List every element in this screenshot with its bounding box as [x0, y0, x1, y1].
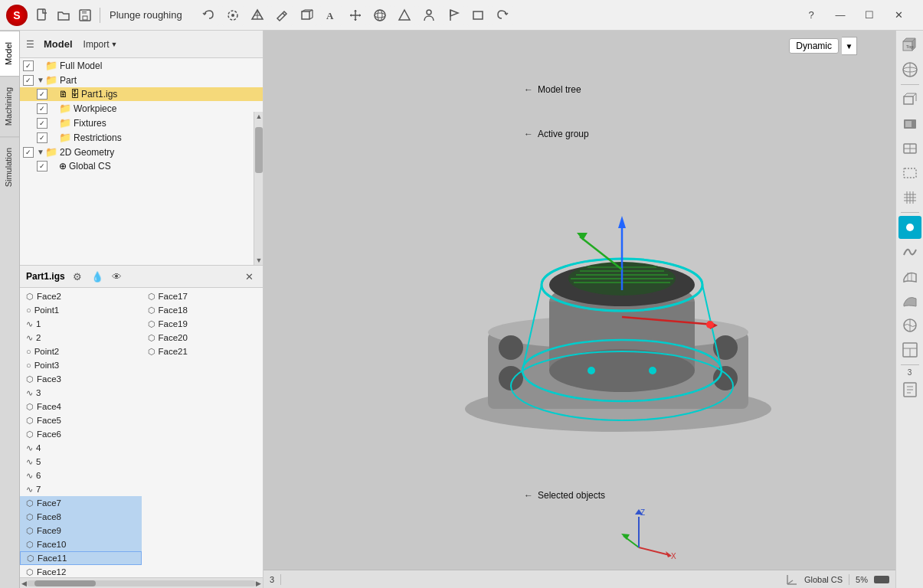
obj-face5[interactable]: ⬡ Face5	[20, 413, 142, 427]
toolbar-select-circle[interactable]	[222, 5, 244, 26]
tree-item-global-cs[interactable]: ⊕ Global CS	[20, 159, 263, 173]
tree-item-fixtures[interactable]: 📁 Fixtures	[20, 116, 263, 130]
import-button[interactable]: Import ▼	[79, 38, 123, 51]
checkbox-part[interactable]	[23, 75, 34, 86]
flat-shading-button[interactable]	[898, 113, 921, 136]
obj-curve1[interactable]: ∿ 1	[20, 317, 142, 331]
model-tab[interactable]: Model	[0, 31, 19, 76]
obj-face12[interactable]: ⬡ Face12	[20, 565, 142, 577]
open-file-button[interactable]	[55, 7, 72, 24]
obj-curve4[interactable]: ∿ 4	[20, 441, 142, 455]
perspective-button[interactable]	[898, 88, 921, 111]
tree-item-restrictions[interactable]: 📁 Restrictions	[20, 130, 263, 145]
maximize-button[interactable]: ☐	[857, 5, 882, 26]
toolbar-edit[interactable]	[271, 5, 293, 26]
save-file-button[interactable]	[77, 7, 93, 24]
obj-point1[interactable]: ○ Point1	[20, 303, 142, 317]
simulation-tab[interactable]: Simulation	[0, 136, 19, 198]
obj-face17[interactable]: ⬡ Face17	[142, 289, 263, 303]
obj-point3[interactable]: ○ Point3	[20, 358, 142, 372]
solid-display-button[interactable]	[898, 289, 921, 312]
surface-display-button[interactable]	[898, 265, 921, 288]
obj-face9[interactable]: ⬡ Face9	[20, 524, 142, 537]
map-button[interactable]	[898, 314, 921, 337]
checkbox-fixtures[interactable]	[37, 118, 47, 129]
tree-item-workpiece[interactable]: 📁 Workpiece	[20, 101, 263, 116]
obj-curve2[interactable]: ∿ 2	[20, 331, 142, 345]
tree-scrollbar[interactable]: ▲ ▼	[254, 112, 263, 265]
toolbar-redo[interactable]	[492, 5, 513, 26]
obj-face7[interactable]: ⬡ Face7	[20, 496, 142, 510]
obj-face19[interactable]: ⬡ Face19	[142, 317, 263, 331]
obj-curve5[interactable]: ∿ 5	[20, 455, 142, 469]
toolbar-text[interactable]: A	[320, 5, 342, 26]
layout-button[interactable]	[898, 338, 921, 361]
toolbar-move[interactable]	[345, 5, 366, 26]
face-icon-6: ⬡	[26, 430, 34, 439]
viewport[interactable]: Dynamic ▼ ← Model tree ← Active group ← …	[263, 31, 895, 588]
obj-face18[interactable]: ⬡ Face18	[142, 303, 263, 317]
scroll-left-arrow[interactable]: ◀	[21, 580, 27, 587]
minimize-button[interactable]: —	[828, 5, 853, 26]
checkbox-2d-geometry[interactable]	[23, 147, 34, 158]
close-button[interactable]: ✕	[886, 5, 911, 26]
tree-item-full-model[interactable]: 📁 Full Model	[20, 58, 263, 73]
page-settings-button[interactable]	[898, 378, 921, 401]
checkbox-workpiece[interactable]	[37, 103, 47, 114]
obj-face11[interactable]: ⬡ Face11	[20, 551, 142, 565]
checkbox-restrictions[interactable]	[37, 132, 47, 143]
dynamic-dropdown-button[interactable]: ▼	[842, 37, 857, 55]
scroll-right-arrow[interactable]: ▶	[256, 580, 261, 587]
obj-point2[interactable]: ○ Point2	[20, 345, 142, 358]
toolbar-sphere[interactable]	[369, 5, 391, 26]
tree-scroll-thumb[interactable]	[255, 127, 263, 173]
scroll-track[interactable]	[27, 580, 256, 586]
panel-visibility-button[interactable]: 👁	[110, 269, 125, 284]
scroll-up-arrow[interactable]: ▲	[254, 112, 263, 121]
checkbox-full-model[interactable]	[23, 60, 34, 71]
tree-item-part[interactable]: ▼ 📁 Part	[20, 73, 263, 87]
viewcube-button[interactable]: Top	[898, 34, 921, 57]
panel-close-button[interactable]: ✕	[241, 269, 257, 284]
panel-color-button[interactable]: 💧	[90, 269, 105, 284]
tree-item-2d-geometry[interactable]: ▼ 📁 2D Geometry	[20, 145, 263, 159]
scroll-thumb[interactable]	[34, 580, 96, 586]
zoom-bar[interactable]	[874, 576, 889, 583]
obj-curve3[interactable]: ∿ 3	[20, 386, 142, 400]
obj-face4[interactable]: ⬡ Face4	[20, 400, 142, 413]
toolbar-box[interactable]	[296, 5, 317, 26]
curve-display-button[interactable]	[898, 240, 921, 263]
obj-face21[interactable]: ⬡ Face21	[142, 345, 263, 358]
grid-button[interactable]	[898, 186, 921, 209]
point-display-button[interactable]	[898, 216, 921, 239]
transparent-button[interactable]	[898, 162, 921, 185]
toolbar-flag[interactable]	[443, 5, 464, 26]
toolbar-undo[interactable]	[198, 5, 219, 26]
toolbar-triangle[interactable]	[394, 5, 415, 26]
obj-face20[interactable]: ⬡ Face20	[142, 331, 263, 345]
help-button[interactable]: ?	[799, 5, 823, 26]
model-tree[interactable]: 📁 Full Model ▼ 📁 Part 🗎 🗄 Part1.igs	[20, 58, 263, 265]
horizontal-scrollbar[interactable]: ◀ ▶	[20, 577, 263, 588]
scroll-down-arrow[interactable]: ▼	[254, 256, 263, 265]
obj-face6[interactable]: ⬡ Face6	[20, 427, 142, 441]
obj-curve7[interactable]: ∿ 7	[20, 482, 142, 496]
obj-face3[interactable]: ⬡ Face3	[20, 372, 142, 386]
obj-face10[interactable]: ⬡ Face10	[20, 537, 142, 551]
hamburger-icon[interactable]: ☰	[26, 39, 34, 50]
obj-face2[interactable]: ⬡ Face2	[20, 289, 142, 303]
checkbox-part1-igs[interactable]	[37, 89, 47, 100]
panel-gear-button[interactable]: ⚙	[70, 269, 85, 284]
expand-part[interactable]: ▼	[36, 76, 45, 84]
wireframe-button[interactable]	[898, 137, 921, 160]
toolbar-mesh[interactable]	[247, 5, 268, 26]
toolbar-person[interactable]	[418, 5, 440, 26]
tree-item-part1-igs[interactable]: 🗎 🗄 Part1.igs	[20, 87, 263, 101]
obj-face8[interactable]: ⬡ Face8	[20, 510, 142, 524]
obj-curve6[interactable]: ∿ 6	[20, 469, 142, 482]
toolbar-rect[interactable]	[467, 5, 489, 26]
sphere-view-button[interactable]	[898, 58, 921, 81]
machining-tab[interactable]: Machining	[0, 76, 19, 136]
new-file-button[interactable]	[34, 7, 51, 24]
checkbox-global-cs[interactable]	[37, 161, 47, 172]
